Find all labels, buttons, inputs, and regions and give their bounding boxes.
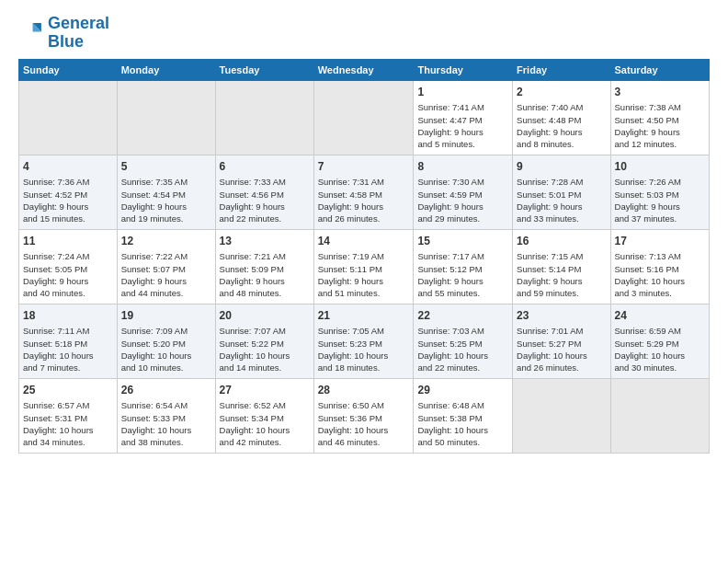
calendar-header-wednesday: Wednesday <box>313 59 414 80</box>
cell-content-line: Daylight: 10 hours <box>318 350 410 362</box>
calendar-cell: 1Sunrise: 7:41 AMSunset: 4:47 PMDaylight… <box>414 80 513 155</box>
cell-content-line: Daylight: 9 hours <box>517 126 606 138</box>
day-number: 21 <box>318 308 410 324</box>
cell-content-line: and 51 minutes. <box>318 287 410 299</box>
cell-content-line: Sunset: 5:07 PM <box>121 263 211 275</box>
calendar-cell: 29Sunrise: 6:48 AMSunset: 5:38 PMDayligh… <box>414 378 513 453</box>
day-number: 4 <box>23 159 113 175</box>
cell-content-line: Sunrise: 7:41 AM <box>417 101 508 113</box>
day-number: 24 <box>615 308 705 324</box>
calendar-week-5: 25Sunrise: 6:57 AMSunset: 5:31 PMDayligh… <box>19 378 710 453</box>
cell-content-line: Sunrise: 7:09 AM <box>121 325 211 337</box>
calendar-cell: 14Sunrise: 7:19 AMSunset: 5:11 PMDayligh… <box>313 229 414 304</box>
cell-content-line: Sunset: 5:11 PM <box>318 263 410 275</box>
cell-content-line: Sunrise: 6:48 AM <box>417 399 508 411</box>
cell-content-line: Daylight: 9 hours <box>517 201 606 213</box>
cell-content-line: Sunrise: 6:57 AM <box>23 399 113 411</box>
cell-content-line: Daylight: 9 hours <box>615 126 705 138</box>
cell-content-line: Sunset: 5:38 PM <box>417 412 508 424</box>
cell-content-line: Sunset: 4:54 PM <box>121 189 211 201</box>
page: General Blue SundayMondayTuesdayWednesda… <box>0 0 728 463</box>
cell-content-line: and 29 minutes. <box>417 213 508 224</box>
day-number: 13 <box>220 234 310 249</box>
cell-content-line: Sunset: 5:01 PM <box>517 189 606 201</box>
cell-content-line: Sunset: 4:50 PM <box>615 114 705 126</box>
calendar-cell: 7Sunrise: 7:31 AMSunset: 4:58 PMDaylight… <box>313 155 414 229</box>
day-number: 22 <box>417 308 508 324</box>
calendar-cell: 13Sunrise: 7:21 AMSunset: 5:09 PMDayligh… <box>215 229 313 304</box>
cell-content-line: Daylight: 10 hours <box>615 350 705 362</box>
cell-content-line: Sunset: 5:20 PM <box>121 338 211 350</box>
cell-content-line: Sunrise: 7:03 AM <box>417 325 508 337</box>
day-number: 23 <box>517 308 606 324</box>
calendar-cell: 24Sunrise: 6:59 AMSunset: 5:29 PMDayligh… <box>610 304 709 378</box>
cell-content-line: Sunrise: 6:54 AM <box>121 399 211 411</box>
cell-content-line: Daylight: 9 hours <box>121 275 211 287</box>
cell-content-line: Daylight: 9 hours <box>417 201 508 213</box>
cell-content-line: Sunrise: 6:59 AM <box>615 325 705 337</box>
cell-content-line: Sunrise: 7:21 AM <box>220 250 310 262</box>
cell-content-line: and 26 minutes. <box>517 362 606 373</box>
calendar-cell <box>313 80 414 155</box>
cell-content-line: Sunrise: 7:22 AM <box>121 250 211 262</box>
cell-content-line: and 37 minutes. <box>615 213 705 224</box>
calendar-cell: 4Sunrise: 7:36 AMSunset: 4:52 PMDaylight… <box>19 155 118 229</box>
day-number: 2 <box>517 85 606 100</box>
cell-content-line: Sunset: 5:16 PM <box>615 263 705 275</box>
cell-content-line: Daylight: 9 hours <box>615 201 705 213</box>
cell-content-line: and 5 minutes. <box>417 138 508 150</box>
day-number: 27 <box>220 383 310 398</box>
cell-content-line: Sunset: 5:27 PM <box>517 338 606 350</box>
day-number: 20 <box>220 308 310 324</box>
calendar-cell: 22Sunrise: 7:03 AMSunset: 5:25 PMDayligh… <box>414 304 513 378</box>
day-number: 12 <box>121 234 211 249</box>
cell-content-line: and 42 minutes. <box>220 436 310 448</box>
calendar-table: SundayMondayTuesdayWednesdayThursdayFrid… <box>18 59 710 454</box>
calendar-cell <box>19 80 118 155</box>
cell-content-line: and 18 minutes. <box>318 362 410 373</box>
cell-content-line: Daylight: 10 hours <box>318 424 410 436</box>
cell-content-line: Sunset: 4:47 PM <box>417 114 508 126</box>
calendar-cell: 20Sunrise: 7:07 AMSunset: 5:22 PMDayligh… <box>215 304 313 378</box>
cell-content-line: Daylight: 9 hours <box>23 201 113 213</box>
cell-content-line: and 38 minutes. <box>121 436 211 448</box>
cell-content-line: and 59 minutes. <box>517 287 606 299</box>
logo-text: General Blue <box>48 15 109 52</box>
logo-icon <box>18 20 44 46</box>
cell-content-line: and 40 minutes. <box>23 287 113 299</box>
cell-content-line: Sunrise: 7:01 AM <box>517 325 606 337</box>
calendar-cell <box>215 80 313 155</box>
cell-content-line: Sunset: 5:09 PM <box>220 263 310 275</box>
cell-content-line: Sunset: 5:22 PM <box>220 338 310 350</box>
cell-content-line: Sunset: 5:34 PM <box>220 412 310 424</box>
cell-content-line: Sunrise: 7:40 AM <box>517 101 606 113</box>
calendar-header-saturday: Saturday <box>610 59 709 80</box>
day-number: 10 <box>615 159 705 175</box>
cell-content-line: Daylight: 9 hours <box>23 275 113 287</box>
calendar-cell: 8Sunrise: 7:30 AMSunset: 4:59 PMDaylight… <box>414 155 513 229</box>
cell-content-line: Sunrise: 7:38 AM <box>615 101 705 113</box>
cell-content-line: Daylight: 10 hours <box>417 350 508 362</box>
cell-content-line: Sunrise: 6:52 AM <box>220 399 310 411</box>
cell-content-line: Sunset: 5:23 PM <box>318 338 410 350</box>
cell-content-line: Sunset: 5:25 PM <box>417 338 508 350</box>
day-number: 25 <box>23 383 113 398</box>
cell-content-line: Sunset: 5:36 PM <box>318 412 410 424</box>
cell-content-line: and 19 minutes. <box>121 213 211 224</box>
day-number: 7 <box>318 159 410 175</box>
day-number: 17 <box>615 234 705 249</box>
cell-content-line: and 22 minutes. <box>220 213 310 224</box>
cell-content-line: Sunrise: 7:35 AM <box>121 176 211 188</box>
day-number: 28 <box>318 383 410 398</box>
cell-content-line: Sunrise: 7:30 AM <box>417 176 508 188</box>
calendar-week-3: 11Sunrise: 7:24 AMSunset: 5:05 PMDayligh… <box>19 229 710 304</box>
calendar-cell: 28Sunrise: 6:50 AMSunset: 5:36 PMDayligh… <box>313 378 414 453</box>
cell-content-line: and 7 minutes. <box>23 362 113 373</box>
cell-content-line: Sunset: 4:48 PM <box>517 114 606 126</box>
cell-content-line: and 33 minutes. <box>517 213 606 224</box>
cell-content-line: Sunset: 5:18 PM <box>23 338 113 350</box>
cell-content-line: Daylight: 9 hours <box>417 126 508 138</box>
cell-content-line: Sunrise: 7:24 AM <box>23 250 113 262</box>
cell-content-line: and 8 minutes. <box>517 138 606 150</box>
cell-content-line: and 14 minutes. <box>220 362 310 373</box>
